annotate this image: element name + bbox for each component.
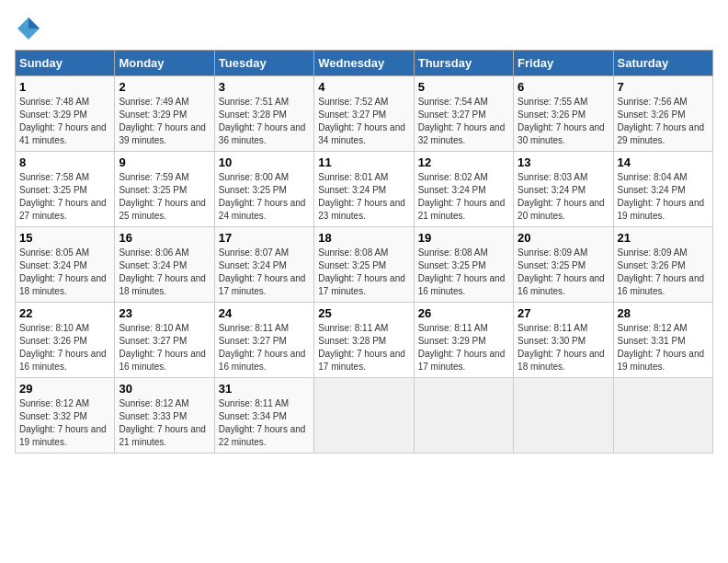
- daylight-label: Daylight: 7 hours and 19 minutes.: [618, 349, 705, 372]
- day-info: Sunrise: 8:11 AM Sunset: 3:29 PM Dayligh…: [418, 322, 509, 373]
- day-of-week-header: Friday: [514, 51, 613, 76]
- day-number: 29: [19, 382, 110, 396]
- calendar-day-cell: 22 Sunrise: 8:10 AM Sunset: 3:26 PM Dayl…: [16, 303, 115, 378]
- calendar-day-cell: 6 Sunrise: 7:55 AM Sunset: 3:26 PM Dayli…: [514, 76, 613, 152]
- calendar-day-cell: 11 Sunrise: 8:01 AM Sunset: 3:24 PM Dayl…: [314, 152, 414, 227]
- calendar-week-row: 22 Sunrise: 8:10 AM Sunset: 3:26 PM Dayl…: [16, 303, 713, 378]
- day-info: Sunrise: 7:52 AM Sunset: 3:27 PM Dayligh…: [318, 96, 409, 147]
- day-info: Sunrise: 7:49 AM Sunset: 3:29 PM Dayligh…: [119, 96, 210, 147]
- day-info: Sunrise: 8:07 AM Sunset: 3:24 PM Dayligh…: [219, 247, 310, 298]
- daylight-label: Daylight: 7 hours and 16 minutes.: [618, 273, 705, 296]
- day-info: Sunrise: 8:09 AM Sunset: 3:25 PM Dayligh…: [518, 247, 609, 298]
- svg-marker-1: [28, 17, 40, 29]
- sunset-label: Sunset: 3:34 PM: [219, 411, 287, 421]
- day-info: Sunrise: 8:01 AM Sunset: 3:24 PM Dayligh…: [318, 171, 409, 223]
- sunset-label: Sunset: 3:29 PM: [418, 336, 486, 346]
- daylight-label: Daylight: 7 hours and 39 minutes.: [119, 122, 206, 145]
- sunrise-label: Sunrise: 8:11 AM: [518, 323, 587, 333]
- calendar-day-cell: [514, 378, 613, 454]
- sunset-label: Sunset: 3:25 PM: [518, 260, 586, 270]
- calendar-day-cell: 20 Sunrise: 8:09 AM Sunset: 3:25 PM Dayl…: [514, 227, 613, 303]
- calendar-day-cell: 16 Sunrise: 8:06 AM Sunset: 3:24 PM Dayl…: [115, 227, 214, 303]
- day-number: 20: [518, 231, 609, 245]
- sunrise-label: Sunrise: 8:02 AM: [418, 172, 488, 182]
- day-number: 8: [19, 155, 110, 169]
- daylight-label: Daylight: 7 hours and 19 minutes.: [19, 424, 107, 447]
- sunset-label: Sunset: 3:27 PM: [219, 336, 287, 346]
- daylight-label: Daylight: 7 hours and 22 minutes.: [219, 424, 306, 447]
- day-of-week-header: Monday: [115, 51, 214, 76]
- sunset-label: Sunset: 3:33 PM: [119, 411, 187, 421]
- calendar-day-cell: 27 Sunrise: 8:11 AM Sunset: 3:30 PM Dayl…: [514, 303, 613, 378]
- daylight-label: Daylight: 7 hours and 16 minutes.: [518, 273, 605, 296]
- day-info: Sunrise: 8:08 AM Sunset: 3:25 PM Dayligh…: [418, 247, 509, 298]
- sunrise-label: Sunrise: 8:03 AM: [518, 172, 587, 182]
- calendar-day-cell: 14 Sunrise: 8:04 AM Sunset: 3:24 PM Dayl…: [613, 152, 712, 227]
- calendar-day-cell: 23 Sunrise: 8:10 AM Sunset: 3:27 PM Dayl…: [115, 303, 214, 378]
- day-number: 23: [119, 306, 210, 320]
- calendar-day-cell: 3 Sunrise: 7:51 AM Sunset: 3:28 PM Dayli…: [214, 76, 313, 152]
- day-info: Sunrise: 8:11 AM Sunset: 3:34 PM Dayligh…: [219, 397, 310, 449]
- day-info: Sunrise: 7:51 AM Sunset: 3:28 PM Dayligh…: [219, 96, 310, 147]
- day-info: Sunrise: 8:06 AM Sunset: 3:24 PM Dayligh…: [119, 247, 210, 298]
- day-info: Sunrise: 8:00 AM Sunset: 3:25 PM Dayligh…: [219, 171, 310, 223]
- day-number: 11: [318, 155, 409, 169]
- daylight-label: Daylight: 7 hours and 18 minutes.: [19, 273, 107, 296]
- daylight-label: Daylight: 7 hours and 16 minutes.: [418, 273, 506, 296]
- calendar-day-cell: 5 Sunrise: 7:54 AM Sunset: 3:27 PM Dayli…: [414, 76, 513, 152]
- day-info: Sunrise: 8:11 AM Sunset: 3:27 PM Dayligh…: [219, 322, 310, 373]
- daylight-label: Daylight: 7 hours and 36 minutes.: [219, 122, 306, 145]
- calendar-day-cell: 1 Sunrise: 7:48 AM Sunset: 3:29 PM Dayli…: [16, 76, 115, 152]
- day-number: 1: [19, 80, 110, 94]
- day-number: 15: [19, 231, 110, 245]
- sunset-label: Sunset: 3:27 PM: [418, 109, 486, 120]
- sunset-label: Sunset: 3:25 PM: [418, 260, 486, 270]
- calendar-day-cell: 18 Sunrise: 8:08 AM Sunset: 3:25 PM Dayl…: [314, 227, 414, 303]
- sunset-label: Sunset: 3:26 PM: [518, 109, 586, 120]
- day-info: Sunrise: 8:12 AM Sunset: 3:31 PM Dayligh…: [618, 322, 709, 373]
- calendar-day-cell: 9 Sunrise: 7:59 AM Sunset: 3:25 PM Dayli…: [115, 152, 214, 227]
- sunset-label: Sunset: 3:26 PM: [618, 260, 686, 270]
- day-info: Sunrise: 8:04 AM Sunset: 3:24 PM Dayligh…: [618, 171, 709, 223]
- sunset-label: Sunset: 3:25 PM: [219, 185, 287, 195]
- daylight-label: Daylight: 7 hours and 21 minutes.: [418, 198, 506, 221]
- calendar-week-row: 29 Sunrise: 8:12 AM Sunset: 3:32 PM Dayl…: [16, 378, 713, 454]
- daylight-label: Daylight: 7 hours and 30 minutes.: [518, 122, 605, 145]
- day-of-week-header: Tuesday: [214, 51, 313, 76]
- sunset-label: Sunset: 3:24 PM: [518, 185, 586, 195]
- day-number: 12: [418, 155, 509, 169]
- daylight-label: Daylight: 7 hours and 17 minutes.: [418, 349, 506, 372]
- day-info: Sunrise: 7:56 AM Sunset: 3:26 PM Dayligh…: [618, 96, 709, 147]
- day-info: Sunrise: 8:11 AM Sunset: 3:30 PM Dayligh…: [518, 322, 609, 373]
- day-number: 31: [219, 382, 310, 396]
- sunset-label: Sunset: 3:32 PM: [19, 411, 87, 421]
- day-number: 30: [119, 382, 210, 396]
- calendar-day-cell: 13 Sunrise: 8:03 AM Sunset: 3:24 PM Dayl…: [514, 152, 613, 227]
- day-info: Sunrise: 7:54 AM Sunset: 3:27 PM Dayligh…: [418, 96, 509, 147]
- sunset-label: Sunset: 3:26 PM: [618, 109, 686, 120]
- sunset-label: Sunset: 3:24 PM: [219, 260, 287, 270]
- day-number: 21: [618, 231, 709, 245]
- day-info: Sunrise: 8:10 AM Sunset: 3:26 PM Dayligh…: [19, 322, 110, 373]
- sunrise-label: Sunrise: 7:52 AM: [318, 97, 388, 107]
- day-info: Sunrise: 7:55 AM Sunset: 3:26 PM Dayligh…: [518, 96, 609, 147]
- day-number: 2: [119, 80, 210, 94]
- sunrise-label: Sunrise: 7:49 AM: [119, 97, 188, 107]
- calendar-day-cell: [613, 378, 712, 454]
- calendar-day-cell: [414, 378, 513, 454]
- sunrise-label: Sunrise: 8:08 AM: [418, 247, 488, 258]
- day-number: 14: [618, 155, 709, 169]
- daylight-label: Daylight: 7 hours and 25 minutes.: [119, 198, 206, 221]
- day-number: 10: [219, 155, 310, 169]
- sunset-label: Sunset: 3:27 PM: [119, 336, 187, 346]
- logo: [15, 15, 46, 42]
- sunset-label: Sunset: 3:29 PM: [19, 109, 87, 120]
- calendar-day-cell: 17 Sunrise: 8:07 AM Sunset: 3:24 PM Dayl…: [214, 227, 313, 303]
- sunset-label: Sunset: 3:24 PM: [418, 185, 486, 195]
- daylight-label: Daylight: 7 hours and 27 minutes.: [19, 198, 107, 221]
- sunrise-label: Sunrise: 8:11 AM: [318, 323, 388, 333]
- calendar-day-cell: 26 Sunrise: 8:11 AM Sunset: 3:29 PM Dayl…: [414, 303, 513, 378]
- daylight-label: Daylight: 7 hours and 17 minutes.: [219, 273, 306, 296]
- daylight-label: Daylight: 7 hours and 18 minutes.: [518, 349, 605, 372]
- day-of-week-header: Wednesday: [314, 51, 414, 76]
